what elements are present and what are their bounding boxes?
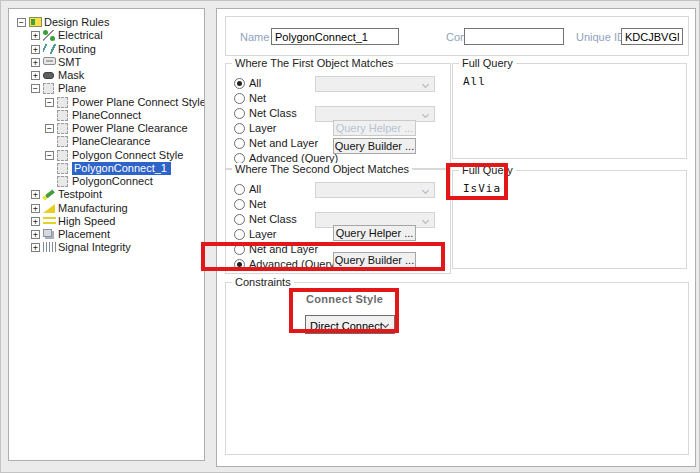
routing-icon: [43, 44, 56, 54]
tree-item-label: PlaneConnect: [72, 109, 141, 122]
expand-icon[interactable]: +: [31, 190, 40, 199]
radio-net-class[interactable]: Net Class: [234, 106, 297, 120]
full-query-first-text: All: [463, 75, 486, 88]
electrical-icon: [43, 30, 55, 41]
expand-icon[interactable]: +: [31, 243, 40, 252]
tree-item-mask[interactable]: +Mask: [9, 69, 204, 82]
collapse-icon[interactable]: −: [31, 84, 40, 93]
tree-item-label: Polygon Connect Style: [72, 149, 183, 162]
rule-icon: [57, 136, 68, 147]
tree-item-electrical[interactable]: +Electrical: [9, 29, 204, 42]
plane-icon: [43, 83, 54, 94]
collapse-icon[interactable]: −: [45, 98, 54, 107]
rule-icon: [57, 163, 68, 174]
tree-item-polygon-connect-style[interactable]: −Polygon Connect Style: [9, 149, 204, 162]
radio-net-and-layer[interactable]: Net and Layer: [234, 136, 318, 150]
radio-button-icon: [234, 229, 245, 240]
radio-net-class[interactable]: Net Class: [234, 212, 297, 226]
tree-item-plane[interactable]: −Plane: [9, 82, 204, 95]
tree-item-label: PolygonConnect_1: [72, 162, 171, 175]
tree-item-testpoint[interactable]: +Testpoint: [9, 188, 204, 201]
radio-label: Net Class: [249, 213, 297, 225]
tree-item-label: PlaneClearance: [72, 135, 150, 148]
tree-item-label: Power Plane Connect Style: [72, 96, 205, 109]
radio-button-icon: [234, 78, 245, 89]
tree-item-label: Power Plane Clearance: [72, 122, 188, 135]
radio-all[interactable]: All: [234, 182, 261, 196]
rule-editor-panel: Name Comment Unique ID Where The First O…: [216, 8, 696, 467]
rule-icon: [57, 176, 68, 187]
tree-item-label: Testpoint: [58, 188, 102, 201]
chevron-down-icon: [422, 111, 429, 118]
tree-item-polygonconnect[interactable]: PolygonConnect: [9, 175, 204, 188]
first-match-net-dropdown[interactable]: [315, 76, 435, 92]
tree-item-high-speed[interactable]: +High Speed: [9, 215, 204, 228]
second-query-helper-button[interactable]: Query Helper ...: [333, 225, 416, 241]
tree-item-power-plane-connect-style[interactable]: −Power Plane Connect Style: [9, 96, 204, 109]
tree-item-smt[interactable]: +SMT: [9, 56, 204, 69]
rule-identity-box: Name Comment Unique ID: [225, 16, 689, 56]
expand-icon[interactable]: +: [31, 230, 40, 239]
annotation-advanced-query-highlight: [201, 242, 445, 271]
constraints-title: Constraints: [232, 276, 294, 288]
tree-item-design-rules[interactable]: −Design Rules: [9, 16, 204, 29]
design-rules-dialog: −Design Rules+Electrical+Routing+SMT+Mas…: [0, 0, 700, 473]
radio-label: Net: [249, 92, 266, 104]
tree-item-label: Routing: [58, 43, 96, 56]
rule-type-icon: [57, 97, 68, 108]
collapse-icon[interactable]: −: [45, 124, 54, 133]
mask-icon: [43, 72, 54, 79]
unique-id-input[interactable]: [621, 28, 683, 45]
first-query-helper-button[interactable]: Query Helper ...: [333, 120, 416, 136]
tree-item-placement[interactable]: +Placement: [9, 228, 204, 241]
expand-icon[interactable]: +: [31, 45, 40, 54]
expand-icon[interactable]: +: [31, 204, 40, 213]
radio-button-icon: [234, 123, 245, 134]
first-query-builder-button[interactable]: Query Builder ...: [333, 138, 416, 154]
tree-item-manufacturing[interactable]: +Manufacturing: [9, 202, 204, 215]
rules-tree-panel: −Design Rules+Electrical+Routing+SMT+Mas…: [8, 8, 205, 461]
tree-item-label: Design Rules: [44, 16, 109, 29]
radio-net[interactable]: Net: [234, 197, 266, 211]
expand-icon[interactable]: +: [31, 31, 40, 40]
tree-item-label: SMT: [58, 56, 81, 69]
radio-layer[interactable]: Layer: [234, 121, 277, 135]
first-object-matches-group: Where The First Object Matches AllNetNet…: [225, 63, 451, 169]
tree-item-planeclearance[interactable]: PlaneClearance: [9, 135, 204, 148]
radio-button-icon: [234, 108, 245, 119]
tree-item-label: Plane: [58, 82, 86, 95]
radio-button-icon: [234, 138, 245, 149]
radio-net[interactable]: Net: [234, 91, 266, 105]
full-query-first-box: Full Query All: [452, 63, 687, 159]
radio-layer[interactable]: Layer: [234, 227, 277, 241]
rule-icon: [57, 110, 68, 121]
collapse-icon[interactable]: −: [17, 18, 26, 27]
rule-type-icon: [57, 150, 68, 161]
tree-item-label: Mask: [58, 69, 84, 82]
tree-item-polygonconnect-1[interactable]: PolygonConnect_1: [9, 162, 204, 175]
name-input[interactable]: [271, 28, 399, 45]
placement-icon: [43, 229, 52, 237]
annotation-full-query-highlight: [446, 163, 508, 200]
radio-all[interactable]: All: [234, 76, 261, 90]
tree-item-label: Electrical: [58, 29, 103, 42]
radio-button-icon: [234, 93, 245, 104]
tree-item-power-plane-clearance[interactable]: −Power Plane Clearance: [9, 122, 204, 135]
tree-item-signal-integrity[interactable]: +Signal Integrity: [9, 241, 204, 254]
tree-item-planeconnect[interactable]: PlaneConnect: [9, 109, 204, 122]
manufacturing-icon: [43, 204, 55, 213]
expand-icon[interactable]: +: [31, 217, 40, 226]
collapse-icon[interactable]: −: [45, 151, 54, 160]
second-match-net-dropdown[interactable]: [315, 182, 435, 198]
testpoint-icon: [43, 189, 55, 201]
comment-input[interactable]: [464, 28, 564, 45]
expand-icon[interactable]: +: [31, 58, 40, 67]
smt-icon: [43, 57, 56, 65]
tree-item-routing[interactable]: +Routing: [9, 43, 204, 56]
name-label: Name: [240, 30, 269, 44]
radio-label: Layer: [249, 122, 277, 134]
chevron-down-icon: [422, 81, 429, 88]
expand-icon[interactable]: +: [31, 71, 40, 80]
radio-button-icon: [234, 199, 245, 210]
radio-label: Net Class: [249, 107, 297, 119]
